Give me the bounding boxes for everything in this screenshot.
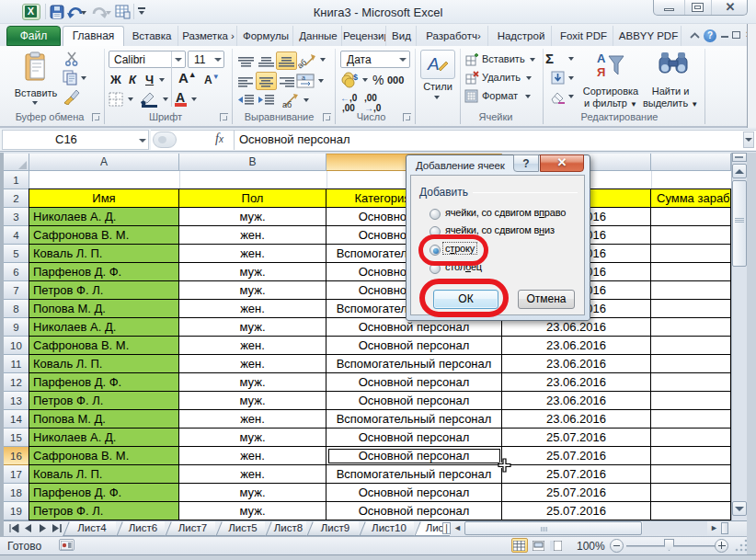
svg-text:аб: аб [282, 100, 292, 109]
svg-text:Я: Я [597, 65, 605, 79]
svg-text:a: a [302, 74, 305, 81]
svg-text:$: $ [353, 73, 358, 82]
svg-text:А: А [597, 51, 606, 65]
svg-text:A: A [427, 54, 440, 74]
